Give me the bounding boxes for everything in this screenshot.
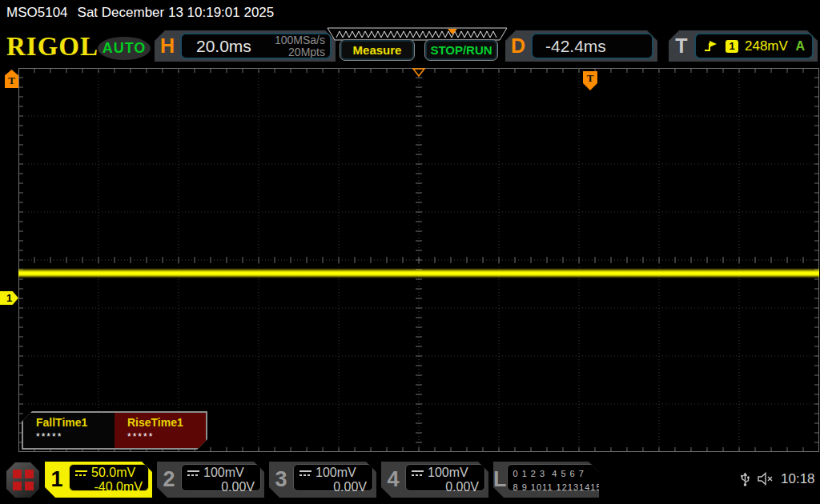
channel1-waveform-trace: [18, 268, 819, 278]
delay-box[interactable]: -42.4ms: [531, 33, 653, 59]
rigol-logo: RIGOL: [6, 32, 98, 62]
channel-4-scale: 100mV: [428, 466, 468, 480]
timebase-value: 20.0ms: [196, 37, 251, 56]
acquisition-mode-badge: AUTO: [98, 37, 151, 60]
channel-1-offset: -40.0mV: [75, 480, 143, 494]
graticule-grid: [18, 68, 819, 452]
h-label: H: [155, 34, 180, 58]
delay-block[interactable]: D -42.4ms: [505, 30, 657, 62]
channel-2-box[interactable]: 2 100mV 0.00V: [157, 462, 264, 498]
d-label: D: [505, 34, 531, 58]
horizontal-timebase-block[interactable]: H 20.0ms 100MSa/s20Mpts: [155, 30, 336, 62]
speaker-mute-icon[interactable]: [757, 472, 774, 486]
measurement-falltime[interactable]: FallTime1 *****: [23, 413, 115, 448]
measurement-value: *****: [36, 431, 115, 442]
logic-channels-box[interactable]: L 0 1 2 3 4 5 6 7 8 9 1011 12131415: [493, 462, 599, 498]
channel-3-box[interactable]: 3 100mV 0.00V: [269, 462, 376, 498]
stop-run-button[interactable]: STOP/RUN: [424, 39, 498, 61]
overview-outline: [328, 28, 507, 40]
trigger-level-marker[interactable]: T: [5, 70, 18, 88]
channel-2-offset: 0.00V: [187, 480, 255, 494]
dc-coupling-icon: [187, 470, 199, 476]
trigger-box[interactable]: 1 248mV A: [694, 33, 814, 59]
waveform-display-area: T T 1 FallTime1 ***** RiseTime1 *****: [18, 68, 819, 452]
usb-icon: [740, 470, 750, 487]
logic-row-8-15: 8 9 1011 12131415: [513, 481, 602, 494]
trigger-block[interactable]: T 1 248mV A: [669, 30, 818, 62]
dc-coupling-icon: [412, 470, 424, 476]
channel-3-offset: 0.00V: [299, 480, 367, 494]
trigger-source-badge: 1: [726, 40, 738, 53]
channel-3-number: 3: [269, 462, 293, 498]
measure-button[interactable]: Measure: [340, 39, 415, 61]
channel-1-scale: 50.0mV: [91, 466, 135, 480]
trigger-sweep-mode: A: [795, 39, 805, 54]
t-label: T: [669, 34, 694, 58]
trigger-level-value: 248mV: [745, 38, 788, 54]
logic-row-0-7: 0 1 2 3 4 5 6 7: [513, 467, 602, 481]
sample-rate: 100MSa/s: [275, 34, 325, 46]
measurement-label: RiseTime1: [127, 416, 206, 429]
memory-depth: 20Mpts: [288, 46, 325, 58]
channel-3-scale: 100mV: [316, 466, 356, 480]
measurement-value: *****: [127, 431, 206, 442]
delay-value: -42.4ms: [545, 37, 606, 56]
channel-1-box[interactable]: 1 50.0mV -40.0mV: [45, 462, 152, 498]
channel-1-number: 1: [45, 462, 69, 498]
measurement-label: FallTime1: [36, 416, 115, 429]
record-center-marker: [412, 68, 425, 77]
channel1-ground-marker[interactable]: 1: [0, 291, 18, 305]
channel-4-number: 4: [381, 462, 405, 498]
status-clock: 10:18: [781, 471, 815, 487]
measurement-risetime[interactable]: RiseTime1 *****: [115, 413, 206, 448]
channel-4-box[interactable]: 4 100mV 0.00V: [381, 462, 488, 498]
menu-grid-icon: [13, 470, 34, 490]
timebase-box[interactable]: 20.0ms 100MSa/s20Mpts: [180, 33, 332, 59]
trigger-edge-icon: [703, 40, 719, 52]
channel-2-scale: 100mV: [203, 466, 244, 480]
titlebar: MSO5104Sat December 13 10:19:01 2025: [6, 5, 274, 21]
main-menu-button[interactable]: [6, 462, 39, 498]
measurement-panel[interactable]: FallTime1 ***** RiseTime1 *****: [22, 411, 207, 450]
channel-4-offset: 0.00V: [412, 480, 479, 494]
model-name: MSO5104: [6, 5, 68, 20]
dc-coupling-icon: [299, 470, 312, 476]
dc-coupling-icon: [75, 470, 87, 476]
datetime-text: Sat December 13 10:19:01 2025: [78, 5, 275, 20]
channel-2-number: 2: [157, 462, 181, 498]
logic-label: L: [493, 462, 507, 498]
